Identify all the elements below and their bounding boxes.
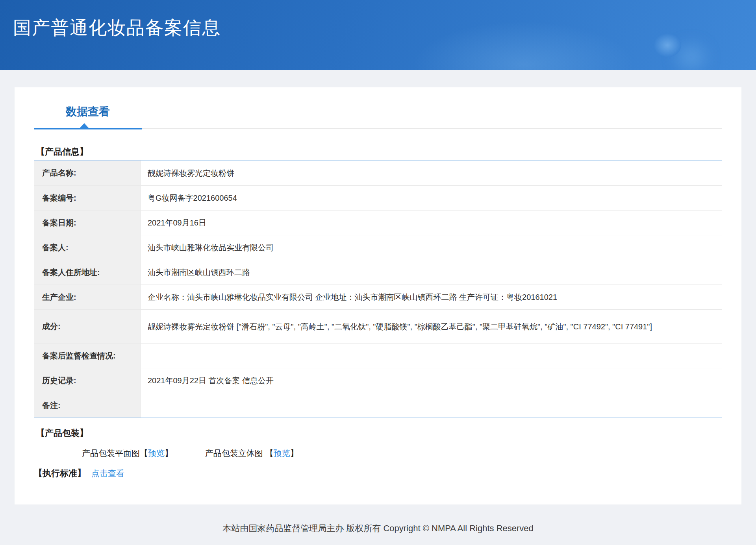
row-value: 汕头市潮南区峡山镇西环二路 [141,260,722,285]
tab-data-view[interactable]: 数据查看 [34,105,142,118]
row-label: 备案人: [34,235,141,260]
footer: 本站由国家药品监督管理局主办 版权所有 Copyright © NMPA All… [0,504,756,534]
row-value: 靓妮诗裸妆雾光定妆粉饼 ["滑石粉", "云母", "高岭土", "二氧化钛",… [141,310,722,343]
table-row-ingredients: 成分: 靓妮诗裸妆雾光定妆粉饼 ["滑石粉", "云母", "高岭土", "二氧… [34,309,722,343]
row-label: 备注: [34,393,141,418]
packaging-stereo-item: 产品包装立体图 【预览】 [205,448,298,459]
row-label: 产品名称: [34,161,141,185]
packaging-flat-label: 产品包装平面图【 [82,449,148,458]
row-label: 生产企业: [34,285,141,309]
section-title-standard: 【执行标准】 [34,467,86,479]
row-value: 企业名称：汕头市峡山雅琳化妆品实业有限公司 企业地址：汕头市潮南区峡山镇西环二路… [141,285,722,309]
product-info-table: 产品名称: 靓妮诗裸妆雾光定妆粉饼 备案编号: 粤G妆网备字2021600654… [34,160,722,418]
row-value: 靓妮诗裸妆雾光定妆粉饼 [141,161,722,185]
table-row-registration-date: 备案日期: 2021年09月16日 [34,210,722,235]
row-label: 备案日期: [34,211,141,235]
packaging-row: 产品包装平面图【预览】 产品包装立体图 【预览】 [82,448,722,459]
row-value: 2021年09月22日 首次备案 信息公开 [141,368,722,393]
tab-underline [34,128,722,129]
copyright-text: 本站由国家药品监督管理局主办 版权所有 Copyright © NMPA All… [222,523,534,533]
section-title-packaging: 【产品包装】 [36,428,722,438]
table-row-remarks: 备注: [34,393,722,418]
table-row-supervision-check: 备案后监督检查情况: [34,343,722,368]
table-row-manufacturer: 生产企业: 企业名称：汕头市峡山雅琳化妆品实业有限公司 企业地址：汕头市潮南区峡… [34,285,722,309]
packaging-flat-bracket-close: 】 [165,449,173,458]
preview-flat-link[interactable]: 预览 [148,449,165,458]
table-row-history: 历史记录: 2021年09月22日 首次备案 信息公开 [34,368,722,393]
table-row-registrant: 备案人: 汕头市峡山雅琳化妆品实业有限公司 [34,235,722,260]
page-header: 国产普通化妆品备案信息 [0,0,756,70]
standard-row: 【执行标准】 点击查看 [34,467,722,479]
row-value: 2021年09月16日 [141,211,722,235]
row-value [141,393,722,418]
row-value: 汕头市峡山雅琳化妆品实业有限公司 [141,235,722,260]
packaging-flat-item: 产品包装平面图【预览】 [82,448,173,459]
row-value: 粤G妆网备字2021600654 [141,186,722,210]
table-row-registration-number: 备案编号: 粤G妆网备字2021600654 [34,185,722,210]
packaging-stereo-label: 产品包装立体图 【 [205,449,274,458]
row-label: 成分: [34,310,141,343]
tab-active-indicator [34,128,142,129]
preview-stereo-link[interactable]: 预览 [274,449,290,458]
content-card: 数据查看 【产品信息】 产品名称: 靓妮诗裸妆雾光定妆粉饼 备案编号: 粤G妆网… [15,87,741,504]
page-title: 国产普通化妆品备案信息 [13,16,221,40]
tab-active-arrow-icon [80,123,89,128]
packaging-stereo-bracket-close: 】 [290,449,298,458]
row-value [141,344,722,368]
row-label: 备案人住所地址: [34,260,141,285]
row-label: 备案编号: [34,186,141,210]
tab-bar: 数据查看 [34,105,722,129]
row-label: 备案后监督检查情况: [34,344,141,368]
section-title-product-info: 【产品信息】 [36,147,722,157]
table-row-registrant-address: 备案人住所地址: 汕头市潮南区峡山镇西环二路 [34,260,722,285]
view-standard-link[interactable]: 点击查看 [91,468,124,479]
table-row-product-name: 产品名称: 靓妮诗裸妆雾光定妆粉饼 [34,161,722,185]
row-label: 历史记录: [34,368,141,393]
